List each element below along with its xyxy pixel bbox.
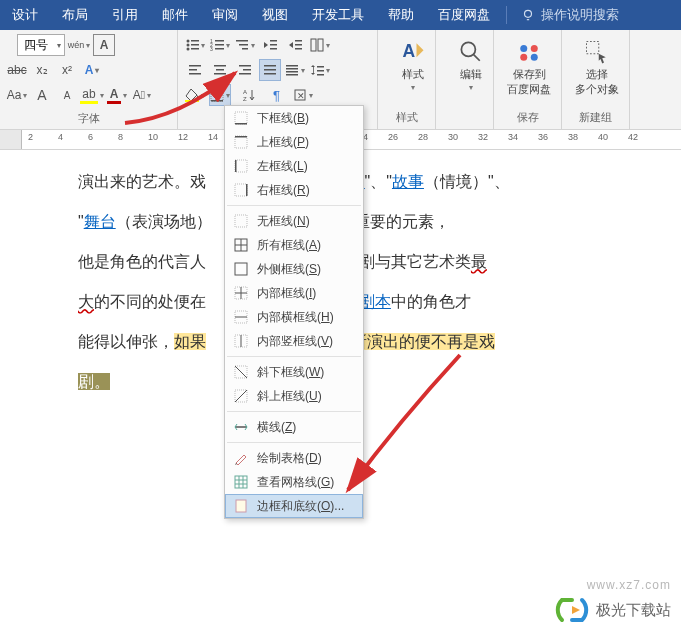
font-size-select[interactable]: 四号 xyxy=(17,34,65,56)
border-menu-h[interactable]: 内部横框线(H) xyxy=(225,305,363,329)
tab-layout[interactable]: 布局 xyxy=(50,0,100,30)
align-left-button[interactable] xyxy=(184,59,206,81)
border-menu-u[interactable]: 斜上框线(U) xyxy=(225,384,363,408)
svg-rect-63 xyxy=(235,160,247,172)
tab-design[interactable]: 设计 xyxy=(0,0,50,30)
svg-rect-43 xyxy=(317,74,324,76)
border-menu-g[interactable]: 查看网格线(G) xyxy=(225,470,363,494)
border-menu-d[interactable]: 绘制表格(D) xyxy=(225,446,363,470)
link-story[interactable]: 故事 xyxy=(392,173,424,190)
sort-button[interactable]: AZ xyxy=(234,84,264,106)
superscript-button[interactable]: x² xyxy=(56,59,78,81)
font-color-button[interactable]: A xyxy=(106,84,128,106)
svg-text:3: 3 xyxy=(210,46,213,52)
border-menu-z[interactable]: 横线(Z) xyxy=(225,415,363,439)
shrink-font-button[interactable]: A xyxy=(56,84,78,106)
svg-rect-64 xyxy=(235,160,237,172)
doc-line-6: 剧。 xyxy=(78,362,651,402)
border-menu-label: 无框线(N) xyxy=(257,213,310,230)
svg-rect-10 xyxy=(215,44,224,46)
border-menu-n[interactable]: 无框线(N) xyxy=(225,209,363,233)
show-marks-button[interactable]: ¶ xyxy=(267,84,289,106)
svg-rect-66 xyxy=(246,184,248,196)
svg-rect-27 xyxy=(214,65,226,67)
border-menu-r[interactable]: 右框线(R) xyxy=(225,178,363,202)
border-menu-label: 上框线(P) xyxy=(257,134,309,151)
svg-rect-60 xyxy=(235,123,247,125)
outdent-button[interactable] xyxy=(259,34,281,56)
tab-references[interactable]: 引用 xyxy=(100,0,150,30)
border-menu-s[interactable]: 外侧框线(S) xyxy=(225,257,363,281)
border-menu-v[interactable]: 内部竖框线(V) xyxy=(225,329,363,353)
svg-rect-62 xyxy=(235,136,247,138)
svg-rect-42 xyxy=(317,70,324,72)
bullets-button[interactable] xyxy=(184,34,206,56)
svg-rect-75 xyxy=(235,476,247,488)
border-menu-i[interactable]: 内部框线(I) xyxy=(225,281,363,305)
indent-button[interactable] xyxy=(284,34,306,56)
strike-button[interactable]: abc xyxy=(6,59,28,81)
border-menu-label: 横线(Z) xyxy=(257,419,296,436)
search-placeholder: 操作说明搜索 xyxy=(541,6,619,24)
tell-me-search[interactable]: 操作说明搜索 xyxy=(511,6,629,24)
tab-devtools[interactable]: 开发工具 xyxy=(300,0,376,30)
char-shading-button[interactable]: A⃝ xyxy=(131,84,153,106)
border-menu-label: 左框线(L) xyxy=(257,158,308,175)
border-menu-w[interactable]: 斜下框线(W) xyxy=(225,360,363,384)
svg-point-56 xyxy=(520,54,527,61)
border-menu-a[interactable]: 所有框线(A) xyxy=(225,233,363,257)
change-case-button[interactable]: Aa xyxy=(6,84,28,106)
editing-button[interactable]: 编辑 ▾ xyxy=(442,34,500,97)
line-spacing-button[interactable] xyxy=(309,59,331,81)
grow-font-button[interactable]: A xyxy=(31,84,53,106)
group-label-font: 字体 xyxy=(6,109,171,128)
char-border-button[interactable]: A xyxy=(93,34,115,56)
svg-rect-59 xyxy=(235,112,247,124)
menubar-divider xyxy=(506,6,507,24)
snap-button[interactable]: ✕ xyxy=(292,84,314,106)
svg-rect-58 xyxy=(587,42,599,54)
svg-rect-13 xyxy=(236,40,248,42)
bullets-icon xyxy=(185,38,199,52)
select-objects-button[interactable]: 选择 多个对象 xyxy=(568,34,626,100)
svg-rect-76 xyxy=(236,500,246,512)
shading-button[interactable] xyxy=(184,84,206,106)
borders-button[interactable] xyxy=(209,84,231,106)
align-right-button[interactable] xyxy=(234,59,256,81)
svg-rect-17 xyxy=(270,44,277,46)
border-icon-p xyxy=(233,134,249,150)
svg-rect-4 xyxy=(191,44,199,46)
border-menu-b[interactable]: 下框线(B) xyxy=(225,106,363,130)
align-center-button[interactable] xyxy=(209,59,231,81)
tab-mailings[interactable]: 邮件 xyxy=(150,0,200,30)
styles-button[interactable]: A 样式 ▾ xyxy=(384,34,442,97)
svg-rect-2 xyxy=(191,40,199,42)
text-effects-button[interactable]: A xyxy=(81,59,103,81)
tab-review[interactable]: 审阅 xyxy=(200,0,250,30)
border-menu-label: 斜上框线(U) xyxy=(257,388,322,405)
group-label-save: 保存 xyxy=(500,108,555,127)
group-select: 选择 多个对象 新建组 xyxy=(562,30,630,129)
border-icon-b xyxy=(233,110,249,126)
pinyin-guide-button[interactable]: wén xyxy=(68,34,90,56)
border-menu-p[interactable]: 上框线(P) xyxy=(225,130,363,154)
asian-layout-button[interactable] xyxy=(309,34,331,56)
tab-baidudisk[interactable]: 百度网盘 xyxy=(426,0,502,30)
numbering-button[interactable]: 123 xyxy=(209,34,231,56)
save-to-baidu-button[interactable]: 保存到 百度网盘 xyxy=(500,34,558,100)
multilevel-button[interactable] xyxy=(234,34,256,56)
link-stage[interactable]: 舞台 xyxy=(84,213,116,230)
snap-icon: ✕ xyxy=(293,88,307,102)
svg-rect-38 xyxy=(286,71,298,73)
justify-button[interactable] xyxy=(259,59,281,81)
distribute-button[interactable] xyxy=(284,59,306,81)
svg-rect-15 xyxy=(242,48,248,50)
border-menu-label: 查看网格线(G) xyxy=(257,474,334,491)
subscript-button[interactable]: x₂ xyxy=(31,59,53,81)
border-menu-l[interactable]: 左框线(L) xyxy=(225,154,363,178)
tab-view[interactable]: 视图 xyxy=(250,0,300,30)
wavy-most: 最 xyxy=(471,253,487,270)
highlight-button[interactable]: ab xyxy=(81,84,103,106)
border-menu-o[interactable]: 边框和底纹(O)... xyxy=(225,494,363,518)
tab-help[interactable]: 帮助 xyxy=(376,0,426,30)
